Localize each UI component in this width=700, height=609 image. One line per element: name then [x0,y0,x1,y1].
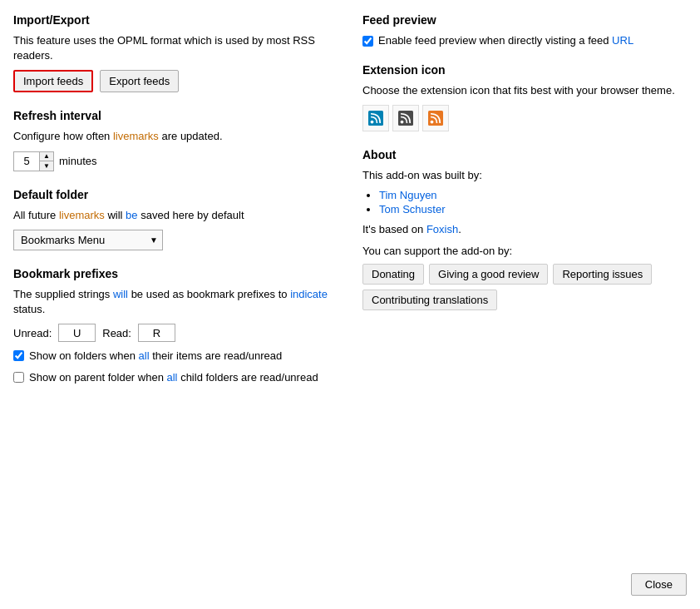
will-highlight: will [113,288,128,300]
extension-icons-container [362,105,687,131]
built-by-text: This add-on was built by: [362,168,687,183]
extension-icon-title: Extension icon [362,63,687,77]
feed-preview-checkbox-row: Enable feed preview when directly vistin… [362,33,687,48]
read-label: Read: [102,327,131,339]
author-tom-link[interactable]: Tom Schuster [379,203,445,215]
default-folder-title: Default folder [13,188,338,201]
giving-review-button[interactable]: Giving a good review [429,264,548,285]
livemarks-highlight2: livemarks [59,209,105,221]
refresh-interval-input[interactable] [14,152,39,171]
checkbox2-row: Show on parent folder when all child fol… [13,370,338,385]
show-parent-checkbox[interactable] [13,372,24,383]
close-button-container: Close [631,573,687,596]
foxish-link[interactable]: Foxish [426,223,458,235]
close-button[interactable]: Close [631,573,687,596]
donating-button[interactable]: Donating [362,264,424,285]
checkbox1-row: Show on folders when all their items are… [13,349,338,364]
feed-preview-checkbox[interactable] [362,36,373,47]
extension-icon-section: Extension icon Choose the extension icon… [362,63,687,131]
svg-point-1 [371,121,374,124]
refresh-interval-title: Refresh interval [13,109,338,122]
url-highlight: URL [612,34,633,47]
rss-orange-svg [428,111,443,126]
default-folder-section: Default folder All future livemarks will… [13,188,338,250]
reporting-issues-button[interactable]: Reporting issues [553,264,652,285]
based-on-text: It's based on Foxish. [362,222,687,237]
checkbox2-label: Show on parent folder when all child fol… [29,370,318,385]
author-tim-link[interactable]: Tim Nguyen [379,189,437,201]
import-export-title: Import/Export [13,13,338,27]
bookmark-prefixes-description: The supplied strings will be used as boo… [13,287,338,317]
default-folder-description: All future livemarks will be saved here … [13,208,338,223]
feed-preview-section: Feed preview Enable feed preview when di… [362,13,687,48]
rss-blue-svg [368,111,383,126]
import-feeds-button[interactable]: Import feeds [13,70,93,92]
prefix-inputs-row: Unread: Read: [13,324,338,342]
indicate-highlight: indicate [290,288,328,300]
icon-dark[interactable] [392,105,419,131]
author-tim: Tim Nguyen [379,189,687,201]
bookmark-prefixes-title: Bookmark prefixes [13,267,338,280]
default-folder-select[interactable]: Bookmarks Menu [13,230,163,250]
refresh-interval-input-row: ▲ ▼ minutes [13,151,338,171]
feed-preview-title: Feed preview [362,13,687,27]
export-feeds-button[interactable]: Export feeds [100,70,179,92]
extension-icon-description: Choose the extension icon that fits best… [362,83,687,98]
feed-preview-label: Enable feed preview when directly vistin… [378,33,633,48]
unread-prefix-input[interactable] [58,324,96,342]
spinner-up-button[interactable]: ▲ [40,152,53,161]
livemarks-highlight1: livemarks [113,130,159,142]
import-export-section: Import/Export This feature uses the OPML… [13,13,338,92]
folder-select-container: Bookmarks Menu ▼ [13,230,163,250]
rss-dark-svg [398,111,413,126]
import-export-description: This feature uses the OPML format which … [13,33,338,63]
all-highlight2: all [167,371,178,384]
support-buttons-container: Donating Giving a good review Reporting … [362,264,687,310]
be-highlight: be [126,209,137,221]
import-export-buttons: Import feeds Export feeds [13,70,338,92]
svg-point-5 [431,121,434,124]
checkbox1-label: Show on folders when all their items are… [29,349,282,364]
refresh-unit-label: minutes [59,155,97,167]
left-panel: Import/Export This feature uses the OPML… [13,13,338,403]
support-text: You can support the add-on by: [362,244,687,259]
refresh-interval-section: Refresh interval Configure how often liv… [13,109,338,171]
contributing-translations-button[interactable]: Contributing translations [362,290,497,310]
icon-blue[interactable] [362,105,389,131]
right-panel: Feed preview Enable feed preview when di… [354,13,687,403]
read-prefix-input[interactable] [138,324,175,342]
about-title: About [362,148,687,161]
icon-orange[interactable] [422,105,449,131]
about-section: About This add-on was built by: Tim Nguy… [362,148,687,310]
spinner-down-button[interactable]: ▼ [40,161,53,171]
all-highlight1: all [139,349,150,362]
show-folders-checkbox[interactable] [13,350,24,361]
spinner-arrows: ▲ ▼ [39,152,53,171]
unread-label: Unread: [13,327,52,339]
svg-point-3 [401,121,404,124]
authors-list: Tim Nguyen Tom Schuster [379,189,687,215]
bookmark-prefixes-section: Bookmark prefixes The supplied strings w… [13,267,338,386]
refresh-interval-description: Configure how often livemarks are update… [13,129,338,144]
author-tom: Tom Schuster [379,203,687,215]
spinner-container: ▲ ▼ [13,151,54,171]
